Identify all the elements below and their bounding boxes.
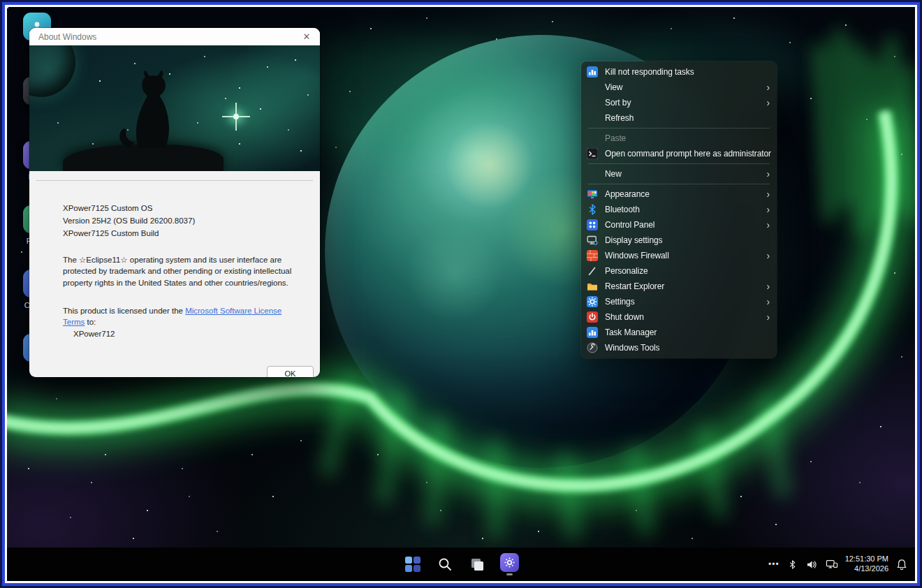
firewall-icon xyxy=(587,250,605,261)
about-windows-dialog: About Windows ✕ XPower7125 Custom OS Ver… xyxy=(29,28,320,377)
menu-item-new[interactable]: New › xyxy=(581,166,777,182)
command-prompt-icon xyxy=(587,148,605,159)
chevron-right-icon: › xyxy=(766,98,770,108)
menu-item-display-settings[interactable]: Display settings xyxy=(581,233,777,248)
notifications-bell-icon[interactable] xyxy=(895,554,908,575)
personalize-icon xyxy=(587,265,605,277)
chevron-right-icon: › xyxy=(766,189,770,199)
menu-item-bluetooth[interactable]: Bluetooth › xyxy=(581,202,777,217)
chevron-right-icon: › xyxy=(766,297,770,307)
search-icon xyxy=(437,557,453,572)
menu-item-kill-not-responding-tasks[interactable]: Kill not responding tasks xyxy=(581,64,777,80)
network-tray-icon[interactable] xyxy=(826,554,838,575)
tray-overflow-button[interactable]: ••• xyxy=(768,559,780,569)
chevron-right-icon: › xyxy=(766,220,770,230)
task-view-button[interactable] xyxy=(463,550,491,578)
menu-item-shut-down[interactable]: Shut down › xyxy=(581,309,777,325)
clock-time: 12:51:30 PM xyxy=(845,554,888,564)
menu-item-windows-tools[interactable]: Windows Tools xyxy=(581,340,777,355)
chevron-right-icon: › xyxy=(766,312,770,322)
banner-bright-star xyxy=(233,114,239,119)
search-button[interactable] xyxy=(431,550,459,578)
power-icon xyxy=(587,311,605,323)
task-manager-icon xyxy=(587,66,605,78)
task-manager-icon xyxy=(587,327,605,338)
dialog-title: About Windows xyxy=(38,32,299,42)
menu-item-task-manager[interactable]: Task Manager xyxy=(581,325,777,340)
close-icon[interactable]: ✕ xyxy=(299,31,314,43)
dialog-banner-image xyxy=(29,45,320,171)
screenshot-frame-inner: Adm This Netw Recyc Con Pa xyxy=(2,2,920,586)
license-suffix: to: xyxy=(85,318,96,326)
system-tray: ••• 12:51:30 PM 4/13/2026 xyxy=(768,554,908,575)
menu-item-restart-explorer[interactable]: Restart Explorer › xyxy=(581,279,777,294)
folder-icon xyxy=(587,281,605,292)
settings-app-icon xyxy=(500,553,519,572)
control-panel-icon xyxy=(587,219,605,230)
menu-item-paste[interactable]: Paste xyxy=(581,131,777,146)
os-build-text: XPower7125 Custom Build xyxy=(63,229,159,237)
start-icon xyxy=(405,557,420,572)
windows-tools-icon xyxy=(587,342,605,353)
bluetooth-tray-icon[interactable] xyxy=(786,554,799,575)
dialog-body: XPower7125 Custom OS Version 25H2 (OS Bu… xyxy=(29,181,320,377)
taskbar-center-icons xyxy=(399,550,523,578)
chevron-right-icon: › xyxy=(766,169,770,179)
license-text: This product is licensed under the Micro… xyxy=(63,305,295,328)
dialog-titlebar[interactable]: About Windows ✕ xyxy=(29,28,320,45)
trademark-text: The ☆Eclipse11☆ operating system and its… xyxy=(63,254,313,288)
ok-button[interactable]: OK xyxy=(267,366,314,377)
chevron-right-icon: › xyxy=(766,205,770,214)
cat-silhouette xyxy=(112,71,179,153)
start-button[interactable] xyxy=(399,550,427,578)
running-indicator xyxy=(506,573,513,575)
settings-gear-icon xyxy=(587,296,605,307)
menu-item-appearance[interactable]: Appearance › xyxy=(581,186,777,202)
menu-item-windows-firewall[interactable]: Windows Firewall › xyxy=(581,248,777,263)
chevron-right-icon: › xyxy=(766,82,770,92)
desktop-context-menu: Kill not responding tasks View › Sort by… xyxy=(581,61,777,358)
menu-item-sort-by[interactable]: Sort by › xyxy=(581,95,777,110)
volume-icon[interactable] xyxy=(806,554,819,575)
menu-separator xyxy=(588,184,770,184)
menu-item-control-panel[interactable]: Control Panel › xyxy=(581,217,777,233)
licensee-text: XPower712 xyxy=(73,330,115,338)
screenshot-frame: Adm This Netw Recyc Con Pa xyxy=(0,0,922,588)
license-prefix: This product is licensed under the xyxy=(63,307,185,315)
desktop-screen: Adm This Netw Recyc Con Pa xyxy=(5,5,917,583)
taskbar-clock[interactable]: 12:51:30 PM 4/13/2026 xyxy=(845,554,888,574)
menu-item-refresh[interactable]: Refresh xyxy=(581,110,777,126)
menu-item-view[interactable]: View › xyxy=(581,80,777,95)
bluetooth-icon xyxy=(587,204,605,215)
chevron-right-icon: › xyxy=(766,251,770,260)
os-name-text: XPower7125 Custom OS xyxy=(63,204,152,212)
taskbar: ••• 12:51:30 PM 4/13/2026 xyxy=(7,547,915,581)
menu-item-open-command-prompt-admin[interactable]: Open command prompt here as administrato… xyxy=(581,146,777,161)
menu-item-personalize[interactable]: Personalize xyxy=(581,263,777,279)
settings-app-button[interactable] xyxy=(495,550,523,578)
menu-item-settings[interactable]: Settings › xyxy=(581,294,777,309)
display-settings-icon xyxy=(587,235,605,246)
chevron-right-icon: › xyxy=(766,281,770,291)
appearance-icon xyxy=(587,189,605,200)
menu-separator xyxy=(588,128,770,128)
task-view-icon xyxy=(469,556,485,573)
banner-planet xyxy=(29,45,75,97)
menu-separator xyxy=(588,163,770,164)
clock-date: 4/13/2026 xyxy=(845,564,888,574)
os-version-text: Version 25H2 (OS Build 26200.8037) xyxy=(63,216,195,225)
